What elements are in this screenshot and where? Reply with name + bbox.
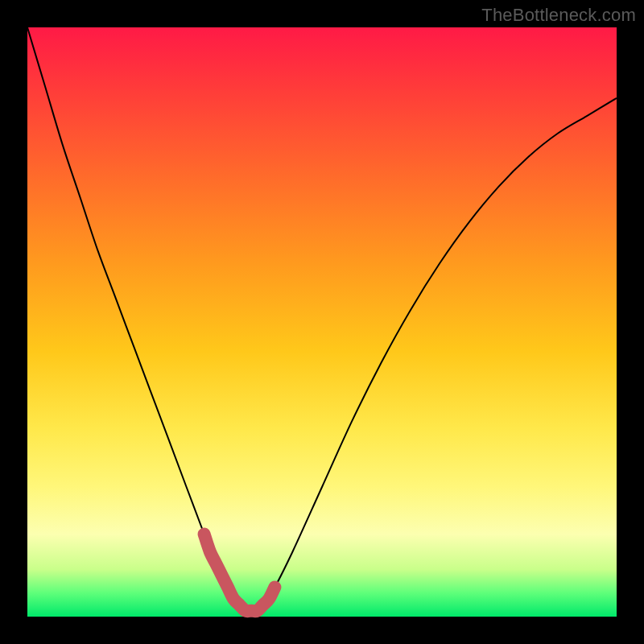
plot-area xyxy=(27,27,617,617)
watermark-text: TheBottleneck.com xyxy=(481,5,636,26)
bottleneck-curve-line xyxy=(27,27,617,611)
optimal-range-highlight-line xyxy=(204,535,275,612)
outer-frame: TheBottleneck.com xyxy=(0,0,644,644)
chart-svg xyxy=(27,27,617,617)
